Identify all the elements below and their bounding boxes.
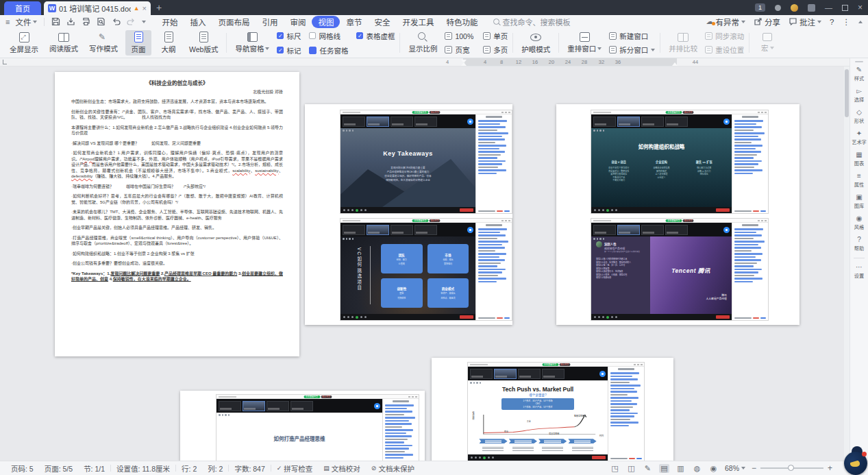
promo-icon[interactable] [808, 4, 815, 12]
redo-icon[interactable] [127, 17, 136, 26]
print-preview-icon[interactable] [97, 17, 106, 26]
quickbar-more-icon[interactable] [142, 21, 146, 23]
embedded-zoom-screenshot-b[interactable]: 正在屏幕共享停止共享如何构建组织和战略创业 ≠ 创意创业不是有个想法就行而是要建… [591, 110, 769, 214]
toggle-标尺[interactable]: 标尺 [277, 31, 301, 41]
view-button-阅读版式[interactable]: 阅读版式 [46, 32, 82, 55]
zoom-ratio-button[interactable]: 显示比例 [405, 31, 441, 55]
output-icon[interactable] [66, 17, 75, 26]
embedded-zoom-screenshot-e[interactable]: 正在屏幕共享停止共享如何打造产品经理思维商业嗅觉用户导向用户体验排序与取舍宏观与… [216, 394, 419, 461]
side-tool-图表[interactable]: ▦图表 [850, 151, 868, 167]
view-button-Web版式[interactable]: Web版式 [186, 30, 221, 56]
window-option-新建窗口[interactable]: 新建窗口 [609, 31, 655, 41]
menu-item-页面布局[interactable]: 页面布局 [212, 16, 256, 28]
status-tool-文档未保护[interactable]: ⊘文档未保护 [366, 463, 420, 474]
zoom-out-button[interactable]: − [752, 463, 756, 473]
message-count-badge[interactable]: 1 [755, 3, 765, 12]
menu-item-安全[interactable]: 安全 [368, 16, 396, 28]
hamburger-icon[interactable]: ≡ [5, 18, 10, 26]
user-avatar-icon[interactable] [791, 4, 798, 12]
new-tab-button[interactable]: + [156, 2, 162, 13]
right-indent-marker[interactable] [672, 62, 678, 66]
cloud-status-button[interactable]: ☁ 有异常 [706, 16, 746, 27]
page-shots-1[interactable]: 正在屏幕共享停止共享Key Takeaways发现问题比解决问题能力更重要产品经… [305, 104, 512, 325]
command-search[interactable]: 查找命令、搜索模板 [493, 16, 570, 27]
embedded-zoom-screenshot-d[interactable]: 正在屏幕共享停止共享洞察人性成就微信产品经理做一个十亿用户都在用的产品是什么样的… [591, 218, 769, 321]
save-icon[interactable] [51, 17, 60, 26]
rearrange-windows-button[interactable]: 重排窗口 [564, 31, 605, 55]
embedded-zoom-screenshot-f[interactable]: 正在屏幕共享停止共享Tech Push vs. Market Pull哪个更重要… [467, 362, 645, 461]
view-button-全屏显示[interactable]: 全屏显示 [6, 31, 42, 56]
toggle-网格线[interactable]: 网格线 [309, 31, 348, 41]
side-tool-帮助[interactable]: ?帮助 [850, 236, 868, 252]
more-options-icon[interactable]: ⋮ [843, 17, 851, 27]
menu-item-插入[interactable]: 插入 [184, 16, 212, 28]
status-tool-文档校对[interactable]: ▤文档校对 [318, 463, 366, 474]
zoom-in-button[interactable]: + [828, 463, 832, 473]
status-outline-icon[interactable]: ▥ [675, 464, 686, 473]
undo-icon[interactable] [112, 17, 121, 26]
macro-button[interactable]: 宏 [754, 32, 780, 54]
zoom-option-页宽[interactable]: 页宽 [445, 45, 473, 55]
left-indent-marker[interactable] [461, 62, 467, 66]
toggle-表格虚框[interactable]: 表格虚框 [356, 31, 395, 41]
side-tool-风格[interactable]: ◉风格 [850, 215, 868, 230]
side-tool-属性[interactable]: ≡属性 [850, 173, 868, 188]
side-tool-样式[interactable]: ✎样式 [850, 66, 868, 82]
vertical-scrollbar[interactable] [844, 66, 850, 461]
menu-item-引用[interactable]: 引用 [256, 16, 284, 28]
side-tool-设置[interactable]: ⋯设置 [850, 264, 868, 279]
eye-protection-button[interactable]: 护眼模式 [518, 31, 554, 56]
panel-drag-handle-icon[interactable] [855, 61, 863, 62]
zoom-level-button[interactable]: 68% [725, 464, 745, 472]
window-restore-button[interactable] [842, 5, 848, 11]
toggle-标记[interactable]: 标记 [277, 45, 301, 56]
side-tool-选择[interactable]: ▻选择 [850, 88, 868, 103]
window-minimize-button[interactable]: — [825, 3, 832, 12]
embedded-zoom-screenshot-a[interactable]: 正在屏幕共享停止共享Key Takeaways发现问题比解决问题能力更重要产品经… [340, 110, 512, 214]
menu-item-章节[interactable]: 章节 [340, 16, 368, 28]
status-web-layout-icon[interactable]: ◍ [692, 464, 702, 473]
status-read-layout-icon[interactable]: ◫ [626, 464, 636, 473]
menu-item-视图[interactable]: 视图 [312, 16, 340, 28]
document-tab[interactable]: W 01 培训笔记 0415.docx ▲ × [44, 1, 151, 15]
page-text[interactable]: 《科技企业的创立与成长》北极光创投 邓锋中国创新创业生态：市场需求大，政府支持鼓… [55, 72, 299, 356]
tab-selector-icon[interactable] [3, 60, 7, 64]
home-tab[interactable]: 首页 [4, 1, 41, 15]
window-close-button[interactable]: × [858, 3, 863, 12]
status-icon[interactable] [775, 5, 781, 11]
zoom-slider[interactable] [760, 467, 823, 469]
page-shots-4[interactable]: 正在屏幕共享停止共享Tech Push vs. Market Pull哪个更重要… [432, 358, 673, 461]
side-tool-形状[interactable]: ◇形状 [850, 109, 868, 124]
status-eye-mode-icon[interactable]: ◉ [708, 464, 719, 473]
zoom-option-100%[interactable]: 100% [445, 31, 473, 41]
comment-button[interactable]: 批注 [789, 16, 821, 27]
page-shots-2[interactable]: 正在屏幕共享停止共享如何构建组织和战略创业 ≠ 创意创业不是有个想法就行而是要建… [556, 104, 799, 325]
toggle-任务窗格[interactable]: 任务窗格 [309, 45, 348, 56]
menu-item-特色功能[interactable]: 特色功能 [440, 16, 484, 28]
tab-close-icon[interactable]: × [142, 4, 147, 12]
status-write-mode-icon[interactable]: ✎ [643, 464, 653, 473]
page-shots-3[interactable]: 正在屏幕共享停止共享如何打造产品经理思维商业嗅觉用户导向用户体验排序与取舍宏观与… [180, 391, 425, 461]
compare-option-同步滚动[interactable]: 同步滚动 [705, 31, 744, 41]
status-fullscreen-icon[interactable]: ◳ [610, 464, 620, 473]
nav-pane-button[interactable]: 导航窗格 [232, 31, 273, 55]
document-canvas[interactable]: 《科技企业的创立与成长》北极光创投 邓锋中国创新创业生态：市场需求大，政府支持鼓… [0, 66, 844, 461]
collapse-ribbon-icon[interactable] [858, 21, 863, 23]
status-tool-拼写检查[interactable]: ✓拼写检查 [271, 463, 319, 474]
side-tool-艺术字[interactable]: ✦艺术字 [850, 130, 868, 145]
compare-option-重设位置[interactable]: 重设位置 [705, 45, 744, 55]
menu-item-审阅[interactable]: 审阅 [284, 16, 312, 28]
side-by-side-button[interactable]: 并排比较 [665, 32, 701, 55]
print-icon[interactable] [82, 17, 90, 26]
help-icon[interactable]: ? [830, 18, 834, 26]
zoom-slider-knob[interactable] [788, 465, 794, 471]
file-menu-button[interactable]: 文件 [12, 16, 40, 27]
side-tool-图库[interactable]: ▣图库 [850, 194, 868, 209]
view-button-大纲[interactable]: 大纲 [156, 30, 182, 56]
status-page-view-icon[interactable]: ▤ [659, 464, 669, 473]
embedded-zoom-screenshot-c[interactable]: 正在屏幕共享停止共享VC如何挑选项目团队经验、能力价值观市场规模、成长竞争格局创… [340, 218, 512, 321]
zoom-option-单页[interactable]: 单页 [483, 31, 508, 41]
menu-item-开始[interactable]: 开始 [156, 16, 184, 28]
scrollbar-thumb[interactable] [845, 69, 849, 117]
window-option-拆分窗口[interactable]: 拆分窗口 [609, 45, 655, 55]
